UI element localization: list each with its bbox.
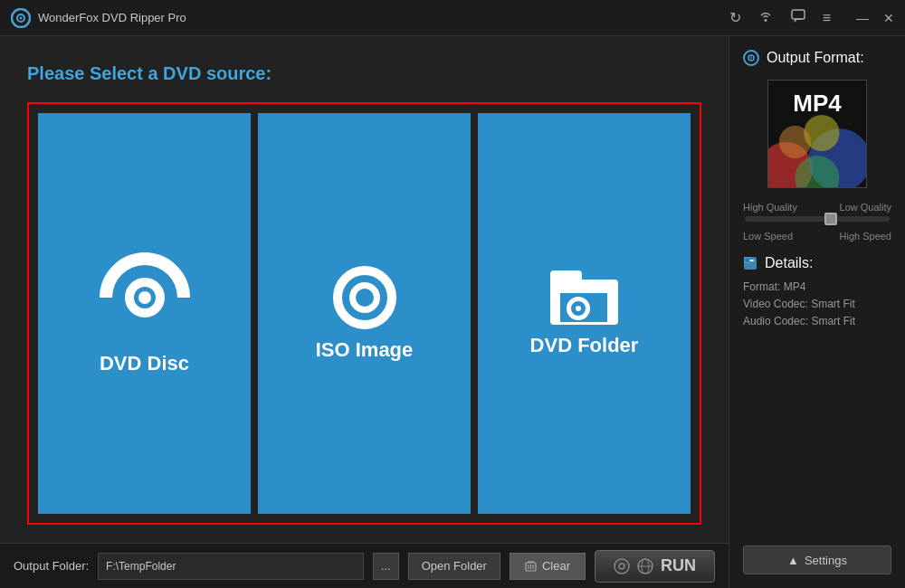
app-icon	[11, 8, 31, 28]
trash-icon	[525, 560, 537, 572]
quality-thumb[interactable]	[824, 213, 837, 225]
dvd-disc-button[interactable]: DVD Disc	[38, 113, 251, 514]
app-title: WonderFox DVD Ripper Pro	[38, 11, 186, 24]
dvd-disc-icon	[100, 252, 190, 343]
win-controls: — ✕	[856, 11, 894, 25]
mp4-decoration	[768, 115, 866, 187]
quality-row: High Quality Low Quality	[743, 202, 891, 213]
titlebar: WonderFox DVD Ripper Pro ↻ ≡ — ✕	[0, 0, 905, 36]
source-title: Please Select a DVD source:	[27, 63, 701, 84]
close-button[interactable]: ✕	[883, 11, 894, 25]
svg-point-24	[779, 126, 811, 158]
menu-icon[interactable]: ≡	[823, 10, 831, 26]
clear-label: Clear	[542, 559, 570, 573]
source-buttons-container: DVD Disc ISO Image	[27, 102, 701, 525]
wifi-icon	[757, 8, 774, 28]
speed-row: Low Speed High Speed	[743, 231, 891, 242]
bottom-bar: Output Folder: ... Open Folder Clear	[0, 543, 729, 588]
output-format-header: Output Format:	[743, 50, 891, 66]
refresh-icon[interactable]: ↻	[729, 9, 741, 26]
run-globe-icon	[637, 558, 653, 574]
svg-rect-28	[745, 258, 749, 262]
minimize-button[interactable]: —	[856, 11, 869, 25]
settings-button[interactable]: ▲ Settings	[743, 545, 891, 574]
source-area: Please Select a DVD source: DVD Disc	[0, 36, 729, 543]
output-folder-label: Output Folder:	[14, 559, 89, 573]
svg-point-11	[614, 559, 629, 574]
run-label: RUN	[661, 556, 696, 575]
run-button[interactable]: RUN	[595, 550, 715, 583]
detail-video-codec: Video Codec: Smart Fit	[743, 298, 891, 310]
dvd-folder-label: DVD Folder	[530, 334, 639, 357]
details-header: Details:	[743, 255, 891, 271]
details-title: Details:	[765, 255, 813, 271]
dvd-folder-button[interactable]: DVD Folder	[478, 113, 691, 514]
iso-image-button[interactable]: ISO Image	[258, 113, 471, 514]
svg-point-12	[619, 564, 624, 569]
output-format-title: Output Format:	[767, 50, 864, 66]
settings-label: Settings	[805, 554, 847, 567]
low-speed-label: Low Speed	[743, 231, 793, 242]
mp4-thumbnail[interactable]: MP4	[767, 80, 867, 188]
dvd-folder-icon	[550, 270, 618, 325]
right-panel: ◂ Output Profile Output Format: MP4	[729, 36, 905, 588]
high-quality-label: High Quality	[743, 202, 797, 213]
quality-slider[interactable]	[745, 216, 890, 222]
low-quality-label: Low Quality	[840, 202, 891, 213]
high-speed-label: High Speed	[840, 231, 892, 242]
iso-image-label: ISO Image	[316, 338, 414, 362]
detail-format: Format: MP4	[743, 280, 891, 293]
titlebar-left: WonderFox DVD Ripper Pro	[11, 8, 186, 28]
mp4-format-label: MP4	[793, 90, 841, 118]
detail-audio-codec: Audio Codec: Smart Fit	[743, 315, 891, 327]
iso-image-icon	[333, 266, 396, 329]
chat-icon[interactable]	[790, 8, 806, 28]
quality-slider-container[interactable]	[743, 216, 891, 222]
settings-arrow: ▲	[787, 554, 799, 567]
run-disc-icon	[614, 558, 630, 574]
svg-rect-3	[792, 10, 805, 19]
svg-point-18	[750, 57, 752, 59]
main-content: Please Select a DVD source: DVD Disc	[0, 36, 905, 588]
path-dots-button[interactable]: ...	[373, 553, 399, 580]
details-icon	[743, 256, 757, 270]
dvd-disc-label: DVD Disc	[100, 352, 189, 375]
open-folder-button[interactable]: Open Folder	[408, 553, 500, 580]
titlebar-icons: ↻ ≡ — ✕	[729, 8, 894, 28]
left-panel: Please Select a DVD source: DVD Disc	[0, 36, 729, 588]
clear-button[interactable]: Clear	[510, 553, 586, 580]
output-format-icon	[743, 50, 759, 66]
svg-point-2	[20, 16, 23, 19]
output-path-input[interactable]	[98, 553, 364, 580]
